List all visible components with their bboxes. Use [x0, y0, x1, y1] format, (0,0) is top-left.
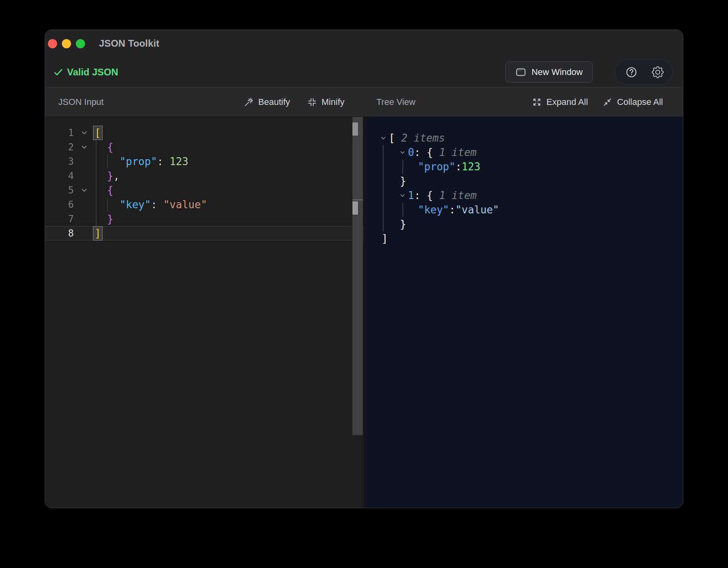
- line-number: 6: [45, 197, 74, 212]
- window-titlebar: JSON Toolkit: [45, 30, 683, 57]
- expand-all-button[interactable]: Expand All: [532, 97, 588, 107]
- beautify-button[interactable]: Beautify: [243, 97, 290, 107]
- line-number: 2: [45, 140, 74, 154]
- tree-row-7: ]: [380, 231, 499, 246]
- code-line-content: "prop": 123: [95, 154, 364, 169]
- scrollbar-ruler-line: [352, 199, 363, 200]
- code-line-content: }: [95, 212, 364, 226]
- tree-token-key: "key": [418, 203, 449, 217]
- token-brace: {: [107, 184, 113, 196]
- editor-line-4[interactable]: 4 },: [45, 169, 364, 183]
- app-window: JSON Toolkit Valid JSON New Window: [45, 30, 683, 508]
- tree-token-meta: 1 item: [439, 188, 477, 203]
- desktop-background: JSON Toolkit Valid JSON New Window: [0, 0, 728, 568]
- scrollbar-overview-mark: [352, 201, 358, 215]
- gear-icon: [652, 66, 664, 78]
- editor-line-7[interactable]: 7 }: [45, 212, 364, 226]
- help-circle-icon: [625, 66, 637, 78]
- line-number: 8: [45, 226, 74, 241]
- minimize-window-button[interactable]: [62, 39, 71, 48]
- token-plain: [95, 184, 107, 196]
- token-plain: [163, 156, 170, 168]
- new-window-label: New Window: [532, 67, 583, 77]
- zoom-window-button[interactable]: [76, 39, 85, 48]
- utility-pill: [615, 59, 673, 85]
- tree-token-key: "prop": [418, 160, 455, 174]
- tree-token-strval: "value": [455, 203, 499, 217]
- validation-status: Valid JSON: [45, 67, 118, 78]
- tree-chevron-icon[interactable]: [380, 135, 387, 142]
- editor-scrollbar-track[interactable]: [352, 117, 363, 435]
- panel-headers: JSON Input Beautify: [45, 87, 683, 116]
- fold-spacer: [74, 212, 95, 226]
- window-icon: [515, 67, 526, 78]
- editor-line-8[interactable]: 8]: [45, 226, 364, 241]
- collapse-all-label: Collapse All: [617, 97, 663, 107]
- json-editor[interactable]: 1[2 {3 "prop": 1234 },5 {6 "key": "value…: [45, 117, 364, 508]
- tree-token-punct: ]: [382, 231, 388, 246]
- arrows-in-icon: [602, 97, 613, 107]
- close-window-button[interactable]: [48, 39, 57, 48]
- token-bracket-match: ]: [93, 227, 102, 240]
- settings-button[interactable]: [652, 66, 664, 78]
- code-line-content: ]: [95, 226, 364, 241]
- help-button[interactable]: [625, 66, 637, 78]
- editor-scrollbar-thumb[interactable]: [352, 122, 358, 136]
- fold-chevron-icon[interactable]: [74, 126, 95, 140]
- arrows-out-icon: [532, 97, 542, 107]
- token-brace: }: [107, 170, 113, 182]
- minify-button[interactable]: Minify: [307, 97, 344, 107]
- collapse-all-button[interactable]: Collapse All: [602, 97, 663, 107]
- token-number: 123: [170, 156, 188, 168]
- editor-line-2[interactable]: 2 {: [45, 140, 364, 154]
- tree-view-header: Tree View Expand All C: [364, 87, 683, 116]
- expand-all-label: Expand All: [546, 97, 588, 107]
- fold-chevron-icon[interactable]: [74, 183, 95, 197]
- tree-view-panel: [ 2 items0: { 1 item"prop":123}1: { 1 it…: [366, 117, 683, 508]
- token-plain: [95, 141, 107, 153]
- tree-token-punct: :: [455, 160, 462, 174]
- tree-row-5: "key":"value": [380, 203, 499, 217]
- fold-spacer: [74, 226, 95, 241]
- tree-token-punct: }: [400, 174, 406, 188]
- code-line-content: "key": "value": [95, 197, 364, 212]
- new-window-button[interactable]: New Window: [505, 61, 593, 83]
- token-plain: [95, 213, 107, 225]
- main-content: 1[2 {3 "prop": 1234 },5 {6 "key": "value…: [45, 117, 683, 508]
- editor-line-3[interactable]: 3 "prop": 123: [45, 154, 364, 169]
- fold-spacer: [74, 197, 95, 212]
- editor-line-6[interactable]: 6 "key": "value": [45, 197, 364, 212]
- token-key: "key": [120, 199, 151, 211]
- token-brace: }: [107, 213, 113, 225]
- right-panel-title: Tree View: [376, 97, 415, 107]
- app-title: JSON Toolkit: [99, 38, 159, 49]
- json-input-header: JSON Input Beautify: [45, 87, 364, 116]
- editor-line-5[interactable]: 5 {: [45, 183, 364, 197]
- validation-status-label: Valid JSON: [67, 67, 118, 78]
- tree-row-6: }: [380, 217, 499, 231]
- token-brace: {: [107, 141, 113, 153]
- tree-chevron-icon[interactable]: [399, 192, 406, 199]
- token-bracket-match: [: [93, 126, 102, 140]
- editor-line-1[interactable]: 1[: [45, 126, 364, 140]
- sparkle-wand-icon: [243, 97, 254, 107]
- line-number: 3: [45, 154, 74, 169]
- tree-token-punct: :: [414, 188, 421, 203]
- tree-token-punct: }: [400, 217, 406, 231]
- code-line-content: },: [95, 169, 364, 183]
- tree-token-punct: :: [414, 145, 421, 160]
- tree-chevron-icon[interactable]: [399, 149, 406, 156]
- tree-token-punct: {: [420, 188, 439, 203]
- tree-row-1: 0: { 1 item: [380, 145, 499, 160]
- line-number: 7: [45, 212, 74, 226]
- fold-chevron-icon[interactable]: [74, 140, 95, 154]
- line-number: 1: [45, 126, 74, 140]
- token-plain: [95, 170, 107, 182]
- tree-row-3: }: [380, 174, 499, 188]
- token-punct: ,: [113, 170, 120, 182]
- tree-token-index: 1: [408, 188, 414, 203]
- check-icon: [53, 67, 63, 77]
- status-actions-row: Valid JSON New Window: [45, 57, 683, 87]
- token-plain: [95, 199, 120, 211]
- minify-label: Minify: [322, 97, 344, 107]
